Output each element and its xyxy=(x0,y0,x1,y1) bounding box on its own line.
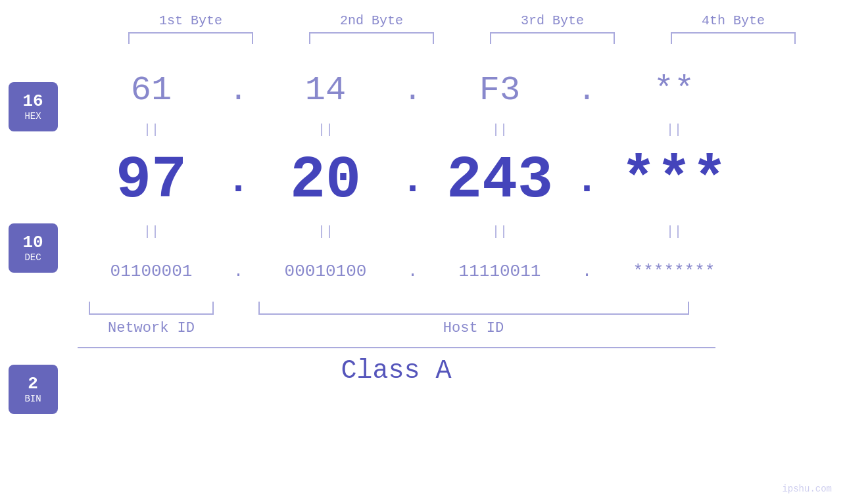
dot-hex-2: . xyxy=(400,73,426,108)
dec-b1: 97 xyxy=(78,147,226,214)
byte4-header: 4th Byte xyxy=(661,13,806,44)
dot-bin-1: . xyxy=(226,262,252,281)
bin-b1: 01100001 xyxy=(78,262,226,281)
eq1-b2: || xyxy=(252,122,400,137)
main-container: 1st Byte 2nd Byte 3rd Byte 4th Byte 16 H… xyxy=(0,0,845,504)
dot-hex-1: . xyxy=(226,73,252,108)
hex-b2: 14 xyxy=(252,71,400,110)
watermark: ipshu.com xyxy=(782,484,832,494)
eq2-b3: || xyxy=(426,224,574,239)
hex-b4: ** xyxy=(600,71,748,110)
byte-headers: 1st Byte 2nd Byte 3rd Byte 4th Byte xyxy=(101,13,824,44)
dec-b4: *** xyxy=(600,147,748,214)
eq1-b1: || xyxy=(78,122,226,137)
bin-b2: 00010100 xyxy=(252,262,400,281)
dot-bin-3: . xyxy=(574,262,600,281)
eq2-b4: || xyxy=(600,224,748,239)
byte2-header: 2nd Byte xyxy=(299,13,444,44)
rows-area: 61 . 14 . F3 . ** || || xyxy=(78,57,837,386)
dot-hex-3: . xyxy=(574,73,600,108)
equals-row-1: || || || || xyxy=(78,118,837,141)
dec-row: 97 . 20 . 243 . *** xyxy=(78,141,837,220)
host-id-label: Host ID xyxy=(443,320,504,336)
bin-row: 01100001 . 00010100 . 11110011 . *******… xyxy=(78,243,837,299)
byte3-header: 3rd Byte xyxy=(480,13,625,44)
network-id-label: Network ID xyxy=(108,320,195,336)
bottom-brackets: Network ID Host ID xyxy=(78,302,837,336)
class-label: Class A xyxy=(341,356,451,386)
hex-row: 61 . 14 . F3 . ** xyxy=(78,62,837,118)
eq2-b1: || xyxy=(78,224,226,239)
network-id-bracket xyxy=(89,302,214,315)
eq1-b4: || xyxy=(600,122,748,137)
host-id-bracket xyxy=(258,302,689,315)
dot-dec-2: . xyxy=(400,158,426,203)
bin-b3: 11110011 xyxy=(426,262,574,281)
bin-badge: 2 BIN xyxy=(9,365,58,414)
dec-b3: 243 xyxy=(426,147,574,214)
eq2-b2: || xyxy=(252,224,400,239)
byte1-header: 1st Byte xyxy=(118,13,263,44)
host-id-bracket-section: Host ID xyxy=(252,302,696,336)
base-labels: 16 HEX 10 DEC 2 BIN xyxy=(9,70,58,414)
network-id-bracket-section: Network ID xyxy=(78,302,226,336)
dec-b2: 20 xyxy=(252,147,400,214)
bracket-spacer-1 xyxy=(226,302,252,336)
dot-dec-3: . xyxy=(574,158,600,203)
hex-b3: F3 xyxy=(426,71,574,110)
hex-badge: 16 HEX xyxy=(9,82,58,131)
bin-b4: ******** xyxy=(600,262,748,281)
content-area: 16 HEX 10 DEC 2 BIN 61 . xyxy=(9,57,837,414)
dot-dec-1: . xyxy=(226,158,252,203)
hex-b1: 61 xyxy=(78,71,226,110)
class-section: Class A xyxy=(78,347,715,386)
equals-row-2: || || || || xyxy=(78,220,837,243)
dot-bin-2: . xyxy=(400,262,426,281)
eq1-b3: || xyxy=(426,122,574,137)
dec-badge: 10 DEC xyxy=(9,223,58,273)
